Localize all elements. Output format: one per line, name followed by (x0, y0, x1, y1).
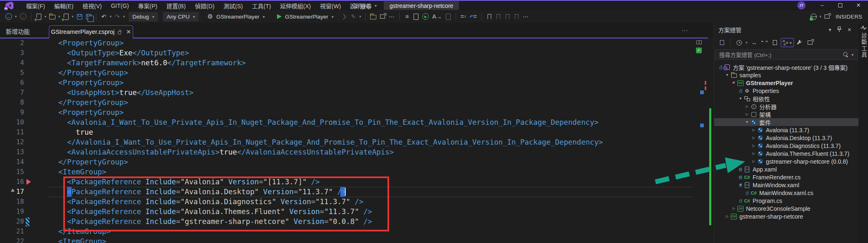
tree-row-gstreamer-sharp-netcore[interactable]: ▷C#gstreamer-sharp-netcore (714, 212, 858, 220)
menu-item-7[interactable]: 測試(S) (219, 1, 248, 10)
close-button[interactable]: ✕ (849, 0, 868, 10)
code-line-4[interactable]: <TargetFramework>net6.0</TargetFramework… (50, 58, 603, 68)
code-line-11[interactable]: true (50, 127, 603, 137)
expander-open-icon[interactable]: ▼ (724, 73, 730, 77)
sync-with-active-document-button[interactable]: ↔ (750, 38, 759, 47)
browser-link-button[interactable] (809, 12, 818, 21)
code-editor[interactable]: 2345678910111213141516171819202122 <Prop… (0, 38, 708, 243)
title-search-area[interactable]: 搜尋 ▾ gstreamer-sharp-netcore (352, 1, 459, 10)
tree-row-avalonia-themes-fluent-11-3-7-[interactable]: ▷Avalonia.Themes.Fluent (11.3.7) (714, 150, 858, 157)
menu-item-5[interactable]: 建置(B) (162, 1, 190, 10)
code-line-10[interactable]: <Avalonia_I_Want_To_Use_Private_Apis_In_… (50, 117, 603, 127)
undo-dropdown[interactable]: ▾ (109, 14, 112, 19)
tab-whats-new[interactable]: 新增功能 (6, 27, 30, 36)
code-line-5[interactable]: </PropertyGroup> (50, 68, 603, 78)
open-in-new-window-button[interactable] (823, 12, 831, 21)
toolbar-overflow-button[interactable]: ⋯ (387, 12, 396, 21)
maximize-button[interactable] (831, 0, 849, 10)
panel-close-icon[interactable]: ✕ (844, 27, 854, 33)
tree-row-app-xaml[interactable]: ▷<>App.xaml (714, 165, 858, 173)
collapse-all-button[interactable]: ⌃⌃ (760, 38, 769, 47)
bookmark-clear-button[interactable] (512, 12, 521, 21)
navigate-back-dropdown[interactable]: ▾ (14, 14, 18, 19)
expander-open-icon[interactable]: ▼ (744, 120, 750, 124)
menu-item-1[interactable]: 編輯(E) (50, 1, 78, 10)
tab-overflow-button[interactable]: ⋯ (681, 27, 688, 34)
redo-button[interactable]: ↷ (113, 12, 122, 21)
comment-button[interactable]: == (459, 12, 468, 21)
hot-reload-button[interactable]: ✎ (349, 12, 358, 21)
save-all-button[interactable] (84, 12, 93, 21)
solution-configuration-combo[interactable]: Debug▾ (129, 12, 158, 21)
uncomment-button[interactable]: ↶= (469, 12, 478, 21)
expander-closed-icon[interactable]: ▷ (751, 128, 757, 132)
menu-item-2[interactable]: 檢視(V) (78, 1, 107, 10)
code-line-3[interactable]: <OutputType>Exe</OutputType> (50, 48, 603, 58)
tree-row--[interactable]: ▼套件 (714, 118, 858, 126)
tree-row-framerenderer-cs[interactable]: ▷C#FrameRenderer.cs (714, 173, 858, 181)
new-filtered-view-button[interactable] (806, 38, 815, 47)
expander-closed-icon[interactable]: ▷ (724, 214, 730, 218)
expander-closed-icon[interactable]: ▷ (731, 207, 737, 210)
tree-row-samples[interactable]: ▼samples (714, 71, 858, 79)
menu-item-0[interactable]: 檔案(F) (22, 1, 50, 10)
chevron-down-icon[interactable]: ▾ (851, 52, 854, 57)
hot-reload-dropdown[interactable]: ▾ (359, 14, 362, 19)
tree-row--[interactable]: ▼相依性 (714, 95, 858, 102)
document-outline-button[interactable]: ≡ (403, 12, 411, 21)
menu-item-3[interactable]: GIT(G) (106, 1, 134, 10)
chevron-down-icon[interactable]: ▾ (375, 3, 377, 8)
code-line-8[interactable]: </PropertyGroup> (50, 98, 603, 107)
show-all-files-toggle[interactable]: ▾ (781, 38, 794, 47)
tree-row--[interactable]: ▷i分析器 (714, 102, 858, 110)
menu-item-4[interactable]: 專案(P) (134, 1, 162, 10)
user-avatar[interactable]: JT (797, 1, 806, 10)
add-new-item-button[interactable] (62, 12, 70, 21)
new-project-dropdown[interactable]: ▾ (44, 14, 48, 19)
solution-platform-combo[interactable]: Any CPU▾ (163, 12, 199, 21)
tree-row-program-cs[interactable]: C#Program.cs (714, 197, 858, 205)
menu-item-6[interactable]: 偵錯(D) (190, 1, 219, 10)
code-line-12[interactable]: </Avalonia_I_Want_To_Use_Private_Apis_In… (50, 137, 603, 147)
filter-dropdown[interactable]: ▾ (745, 40, 748, 45)
properties-window-button[interactable] (412, 12, 420, 21)
search-query-box[interactable]: gstreamer-sharp-netcore (384, 1, 459, 10)
tree-row-avalonia-desktop-11-3-7-[interactable]: ▷Avalonia.Desktop (11.3.7) (714, 134, 858, 142)
redo-dropdown[interactable]: ▾ (122, 14, 126, 19)
breakpoint-arrow-marker[interactable] (26, 179, 31, 185)
solution-explorer-search-box[interactable]: 搜尋方案總管 (Ctrl+;) ▾ (715, 49, 858, 60)
expander-closed-icon[interactable]: ▷ (751, 136, 757, 140)
navigate-forward-button[interactable]: → (19, 12, 28, 21)
start-without-debugging-button[interactable] (340, 12, 349, 21)
code-health-indicator[interactable]: ✓ (696, 48, 702, 53)
bookmark-prev-button[interactable] (494, 12, 502, 21)
tree-row-gstreamer-sharp-netcore-0-0-8-[interactable]: ▷gstreamer-sharp-netcore (0.0.8) (714, 157, 858, 165)
properties-button[interactable] (795, 38, 804, 47)
tree-row--[interactable]: ▷架構 (714, 110, 858, 118)
menu-item-9[interactable]: 延伸模組(X) (275, 1, 316, 10)
expander-closed-icon[interactable]: ▷ (751, 144, 757, 148)
tree-row-mainwindow-xaml[interactable]: ▼<>MainWindow.xaml (714, 181, 858, 189)
minimize-button[interactable]: – (813, 0, 831, 10)
navigate-back-button[interactable]: ← (4, 12, 13, 21)
save-button[interactable] (75, 12, 84, 21)
tree-row-mainwindow-xaml-cs[interactable]: C#MainWindow.xaml.cs (714, 189, 858, 197)
expander-closed-icon[interactable]: ▷ (751, 160, 757, 163)
code-line-9[interactable]: <PropertyGroup> (50, 107, 603, 117)
navigate-to-button[interactable]: A→ (431, 12, 443, 21)
code-line-22[interactable]: <ItemGroup> (50, 236, 603, 243)
code-line-7[interactable]: <UseAppHost>true</UseAppHost> (50, 88, 603, 98)
pin-icon[interactable] (834, 26, 844, 33)
find-in-files-button[interactable] (369, 12, 378, 21)
expander-closed-icon[interactable]: ▷ (744, 112, 750, 116)
open-file-button[interactable] (48, 12, 57, 21)
diagnostic-tools-tab[interactable]: 診斷工具 (859, 25, 868, 58)
pending-changes-filter-button[interactable] (734, 38, 744, 47)
add-new-item-dropdown[interactable]: ▾ (71, 14, 75, 19)
tree-row--gstreamer-sharp-netcore-3-3-[interactable]: 方案 'gstreamer-sharp-netcore' (3 / 3 個專案) (714, 63, 858, 71)
tree-row-avalonia-11-3-7-[interactable]: ▷Avalonia (11.3.7) (714, 126, 858, 134)
code-line-15[interactable]: <ItemGroup> (50, 167, 603, 177)
startup-project-combo[interactable]: ⚙GStreamerPlayer▾ (204, 12, 269, 21)
tree-row-avalonia-diagnostics-11-3-7-[interactable]: ▷Avalonia.Diagnostics (11.3.7) (714, 142, 858, 150)
code-line-13[interactable]: <AvaloniaAccessUnstablePrivateApis>true<… (50, 147, 603, 157)
